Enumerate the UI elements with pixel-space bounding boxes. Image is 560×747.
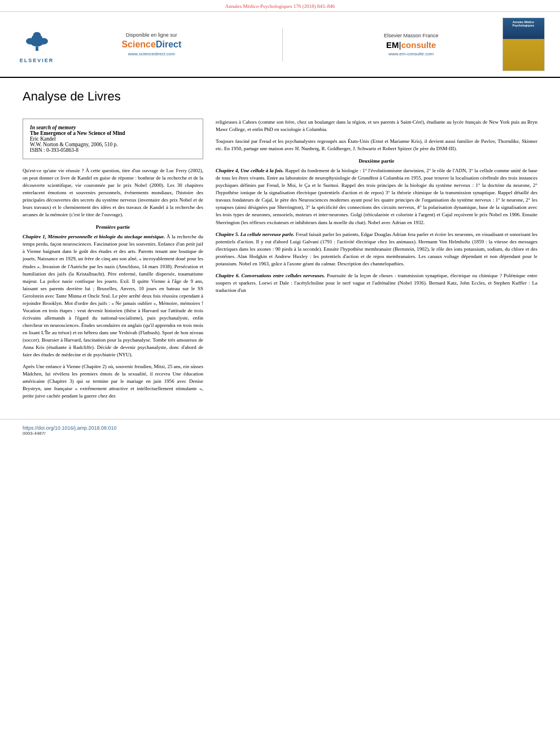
sciencedirect-logo: ScienceDirect (121, 40, 181, 50)
chap1-text: Chapitre 1, Mémoire personnelle et biolo… (23, 233, 203, 359)
chap6-text: Chapitre 6. Conversations entre cellules… (216, 272, 537, 294)
journal-citation: Annales Médico-Psychologiques 176 (2018)… (225, 3, 335, 9)
book-title: In search of memory (30, 125, 196, 130)
right-para1: religieuses à Cahors (comme son frère, c… (216, 119, 537, 133)
intro-paragraph: Qu'est-ce qu'une vie réussie ? À cette q… (23, 167, 203, 219)
emconsulte-col: Elsevier Masson France EM|consulte www.e… (384, 33, 439, 56)
book-info-box: In search of memory The Emergence of a N… (23, 119, 203, 159)
chap5-heading: Chapitre 5. La cellule nerveuse parle. (216, 231, 294, 237)
svg-rect-0 (36, 46, 38, 51)
annales-cover-area: Annales MédicoPsychologiques (498, 18, 549, 71)
chap2-intro-text: Après Une enfance à Vienne (Chapitre 2) … (23, 363, 203, 400)
part1-heading: Première partie (23, 224, 203, 230)
two-column-layout: In search of memory The Emergence of a N… (23, 119, 537, 404)
sciencedirect-col: Disponible en ligne sur ScienceDirect ww… (121, 32, 181, 56)
header: ELSEVIER Disponible en ligne sur Science… (0, 12, 560, 78)
svg-point-5 (33, 32, 40, 37)
elsevier-masson-text: Elsevier Masson France (384, 33, 439, 38)
sciencedirect-url: www.sciencedirect.com (128, 51, 175, 56)
disponible-text: Disponible en ligne sur (126, 32, 177, 38)
book-isbn: ISBN : 0-393-05863-8 (30, 147, 196, 153)
elsevier-tree-logo (14, 25, 59, 56)
em-consulte-logo: EM|consulte (386, 40, 436, 50)
chap5-text: Chapitre 5. La cellule nerveuse parle. F… (216, 231, 537, 268)
right-column: religieuses à Cahors (comme son frère, c… (216, 119, 537, 299)
chap1-body: À la recherche du temps perdu, façon neu… (23, 234, 203, 357)
doi-link[interactable]: https://doi.org/10.1016/j.amp.2018.08.01… (23, 425, 117, 431)
annales-cover-image: Annales MédicoPsychologiques (502, 18, 545, 71)
book-subtitle: The Emergence of a New Science of Mind (30, 130, 196, 136)
part2-heading: Deuxième partie (216, 158, 537, 164)
book-publisher: W.W. Norton & Compagny, 2006, 510 p. (30, 142, 196, 147)
issn-text: 0003-4487/ (23, 431, 537, 436)
elsevier-label: ELSEVIER (20, 58, 54, 63)
book-author: Eric Kandel (30, 136, 196, 142)
chap1-heading: Chapitre 1, Mémoire personnelle et biolo… (23, 234, 165, 239)
left-column: In search of memory The Emergence of a N… (23, 119, 203, 404)
chap4-heading: Chapitre 4, Une cellule à la fois. (216, 168, 284, 173)
page-title: Analyse de Livres (23, 89, 537, 107)
divider (282, 28, 283, 62)
journal-bar: Annales Médico-Psychologiques 176 (2018)… (0, 0, 560, 12)
chap4-text: Chapitre 4, Une cellule à la fois. Rappe… (216, 167, 537, 226)
chap4-body: Rappel du fondement de la biologie : 1° … (216, 168, 537, 225)
em-consulte-url: www.em-consulte.com (388, 51, 434, 56)
header-middle: Disponible en ligne sur ScienceDirect ww… (71, 18, 489, 71)
footer: https://doi.org/10.1016/j.amp.2018.08.01… (0, 419, 560, 440)
cover-title: Annales MédicoPsychologiques (513, 20, 534, 27)
right-para2: Toujours fasciné par Freud et les psycha… (216, 138, 537, 152)
main-content: Analyse de Livres In search of memory Th… (0, 78, 560, 410)
chap6-heading: Chapitre 6. Conversations entre cellules… (216, 273, 325, 278)
elsevier-logo: ELSEVIER (11, 18, 62, 71)
